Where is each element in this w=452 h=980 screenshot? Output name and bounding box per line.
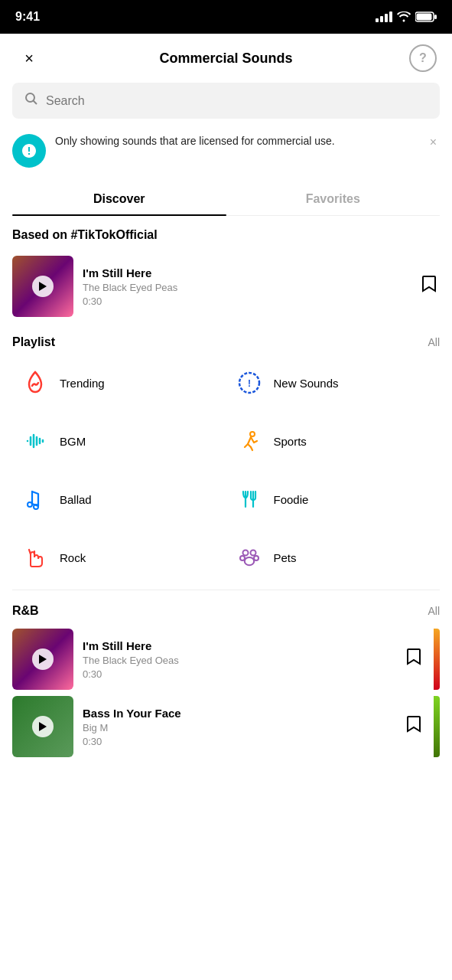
new-sounds-icon: !: [233, 366, 266, 400]
rnb-song-1-play-button[interactable]: [32, 648, 54, 670]
featured-song-title: I'm Still Here: [83, 266, 409, 279]
featured-song-item: I'm Still Here The Black Eyed Peas 0:30: [0, 250, 452, 323]
playlist-item-foodie[interactable]: Foodie: [226, 473, 441, 525]
playlist-all-button[interactable]: All: [428, 336, 440, 348]
svg-rect-2: [434, 15, 437, 19]
svg-point-24: [254, 556, 259, 560]
rnb-section-header: R&B All: [0, 596, 452, 626]
wifi-icon: [397, 11, 411, 22]
svg-rect-1: [417, 14, 432, 21]
status-bar: 9:41: [0, 0, 452, 34]
notice-banner: Only showing sounds that are licensed fo…: [12, 131, 440, 171]
ballad-icon: [18, 482, 52, 516]
rnb-song-2-thumbnail[interactable]: [12, 696, 73, 757]
rnb-song-2-artist: Big M: [83, 722, 394, 733]
svg-point-16: [34, 505, 38, 509]
playlist-section-title: Playlist: [12, 335, 55, 349]
svg-point-3: [26, 93, 34, 102]
section-divider: [12, 590, 440, 590]
svg-marker-5: [39, 282, 47, 291]
rnb-song-1-artist: The Black Eyed Oeas: [83, 655, 394, 666]
pets-label: Pets: [274, 551, 297, 564]
featured-song-info: I'm Still Here The Black Eyed Peas 0:30: [83, 266, 409, 307]
svg-point-21: [242, 550, 248, 556]
search-input[interactable]: [46, 94, 428, 108]
trending-label: Trending: [60, 377, 105, 390]
svg-point-23: [240, 556, 245, 560]
bgm-icon: [18, 424, 52, 458]
foodie-label: Foodie: [274, 493, 309, 506]
playlist-section-header: Playlist All: [0, 323, 452, 357]
search-icon: [24, 92, 38, 109]
play-button[interactable]: [32, 276, 54, 297]
rnb-all-button[interactable]: All: [428, 605, 440, 617]
playlist-item-trending[interactable]: Trending: [12, 357, 226, 409]
close-button[interactable]: ×: [15, 44, 43, 72]
playlist-item-pets[interactable]: Pets: [226, 531, 441, 583]
rnb-song-2-play-button[interactable]: [32, 716, 54, 737]
svg-point-14: [250, 432, 255, 436]
status-icons: [376, 11, 437, 22]
featured-song-thumbnail[interactable]: [12, 256, 73, 317]
ballad-label: Ballad: [60, 493, 92, 506]
playlist-item-ballad[interactable]: Ballad: [12, 473, 226, 525]
rnb-song-2-info: Bass In Your Face Big M 0:30: [83, 707, 394, 747]
status-time: 9:41: [15, 10, 40, 24]
search-container: [0, 83, 452, 131]
rnb-song-1-thumbnail[interactable]: [12, 629, 73, 690]
search-bar[interactable]: [12, 83, 440, 119]
notice-text: Only showing sounds that are licensed fo…: [55, 134, 418, 149]
tabs: Discover Favorites: [12, 183, 440, 216]
rnb-song-2-title: Bass In Your Face: [83, 707, 394, 720]
notice-close-button[interactable]: ×: [427, 134, 440, 151]
trending-icon: [18, 366, 52, 400]
page-header: × Commercial Sounds ?: [0, 34, 452, 83]
tab-favorites[interactable]: Favorites: [226, 183, 441, 215]
sports-label: Sports: [274, 435, 307, 448]
tab-discover[interactable]: Discover: [12, 183, 226, 215]
rock-label: Rock: [60, 551, 86, 564]
svg-text:!: !: [248, 378, 251, 389]
rnb-song-1-info: I'm Still Here The Black Eyed Oeas 0:30: [83, 639, 394, 680]
featured-section-title: Based on #TikTokOfficial: [0, 216, 452, 250]
playlist-item-rock[interactable]: Rock: [12, 531, 226, 583]
pets-icon: [233, 541, 266, 574]
battery-icon: [415, 11, 437, 22]
svg-line-4: [34, 101, 37, 105]
rnb-song-item-1: I'm Still Here The Black Eyed Oeas 0:30: [0, 626, 452, 693]
featured-song-artist: The Black Eyed Peas: [83, 282, 409, 293]
playlist-grid: Trending ! New Sounds BGM: [0, 357, 452, 583]
svg-marker-26: [39, 722, 47, 731]
playlist-item-new-sounds[interactable]: ! New Sounds: [226, 357, 441, 409]
svg-point-22: [250, 550, 255, 556]
signal-icon: [376, 11, 392, 22]
sports-icon: [233, 424, 266, 458]
rnb-song-1-duration: 0:30: [83, 668, 394, 680]
svg-point-15: [28, 502, 32, 507]
playlist-item-sports[interactable]: Sports: [226, 415, 441, 467]
notice-icon: [12, 134, 46, 168]
rnb-song-item-2: Bass In Your Face Big M 0:30: [0, 693, 452, 760]
rnb-song-1-side-strip: [434, 629, 440, 690]
rock-icon: [18, 541, 52, 574]
rnb-song-2-bookmark-button[interactable]: [403, 712, 424, 741]
rnb-song-2-duration: 0:30: [83, 736, 394, 747]
page-title: Commercial Sounds: [159, 51, 292, 67]
help-button[interactable]: ?: [409, 44, 437, 72]
playlist-item-bgm[interactable]: BGM: [12, 415, 226, 467]
rnb-song-1-title: I'm Still Here: [83, 639, 394, 652]
svg-line-19: [29, 550, 31, 554]
svg-marker-25: [39, 655, 47, 664]
new-sounds-label: New Sounds: [274, 377, 339, 390]
rnb-song-1-bookmark-button[interactable]: [403, 645, 424, 674]
rnb-section-title: R&B: [12, 604, 39, 618]
foodie-icon: [233, 482, 266, 516]
featured-bookmark-button[interactable]: [418, 272, 440, 301]
bgm-label: BGM: [60, 435, 86, 448]
featured-song-duration: 0:30: [83, 296, 409, 307]
rnb-song-2-side-strip: [434, 696, 440, 757]
